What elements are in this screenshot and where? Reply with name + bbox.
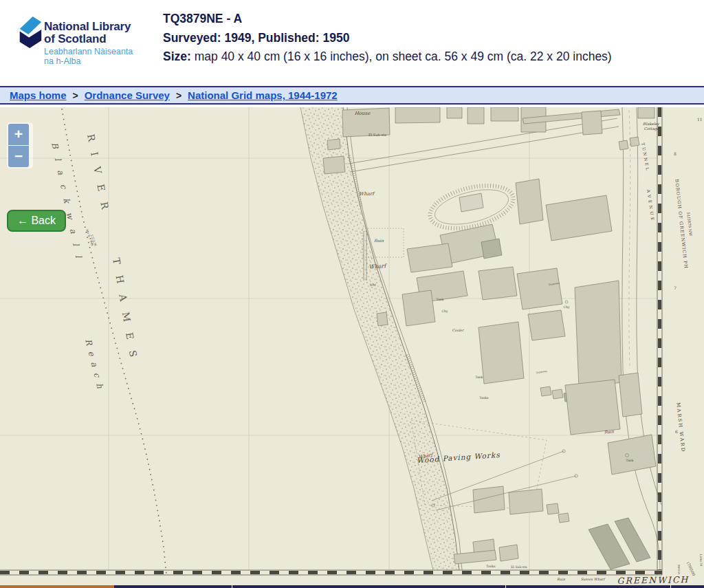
cooler-label: Cooler xyxy=(452,328,465,332)
margin-number: 11 xyxy=(697,117,703,122)
tanks-label: Tanks xyxy=(479,396,489,400)
size-label: Size: xyxy=(163,50,191,63)
strip-segment[interactable] xyxy=(506,585,670,588)
wm-label: WM xyxy=(369,283,376,287)
breadcrumb-separator: > xyxy=(73,90,78,101)
blakeley-cottages-label: Blakeley xyxy=(643,122,660,127)
chimney-label: Chy xyxy=(564,305,570,309)
strip-segment[interactable] xyxy=(232,585,505,588)
greenwich-label: GREENWICH xyxy=(617,574,689,585)
el-substa-label: El Sub-sta xyxy=(511,565,527,569)
survey-line: Surveyed: 1949, Published: 1950 xyxy=(163,31,612,45)
nls-logo[interactable]: National Library of Scotland Leabharlann… xyxy=(18,10,155,78)
ruin-label: Ruin xyxy=(557,577,566,581)
ruin-label: Ruin xyxy=(604,428,614,434)
bottom-thumbnail-strip[interactable] xyxy=(0,585,704,588)
links-label: Links 50 xyxy=(699,554,703,567)
back-button[interactable]: ← Back xyxy=(7,210,66,232)
strip-segment[interactable] xyxy=(114,585,232,588)
margin-number: 6 xyxy=(675,429,678,434)
metres-label: Metres xyxy=(677,565,681,575)
breadcrumb-link-national-grid-maps[interactable]: National Grid maps, 1944-1972 xyxy=(188,89,338,101)
margin-number: 8 xyxy=(674,151,676,156)
sheet-title: TQ3879NE - A xyxy=(163,12,612,26)
size-line: Size: map 40 x 40 cm (16 x 16 inches), o… xyxy=(163,50,612,64)
tanks-label: Tanks xyxy=(486,565,496,568)
breadcrumb-link-maps-home[interactable]: Maps home xyxy=(10,89,67,101)
blakeley-cottages-label: Cottages xyxy=(644,127,662,131)
el-substa-label: El Sub-sta xyxy=(368,133,386,137)
wharf-label: Wharf xyxy=(359,191,375,197)
sheet-info: TQ3879NE - A Surveyed: 1949, Published: … xyxy=(163,12,612,64)
wharf-label: Wharf xyxy=(368,263,388,270)
margin-number: 7 xyxy=(674,285,676,290)
tank-label: Tank xyxy=(437,298,444,301)
sussex-wharf-label: Sussex Wharf xyxy=(581,577,606,581)
zoom-out-button[interactable]: − xyxy=(8,146,29,167)
breadcrumb-separator: > xyxy=(176,90,182,101)
logo-gaelic: Leabharlann Nàiseanta na h-Alba xyxy=(44,47,133,66)
breadcrumb-link-ordnance-survey[interactable]: Ordnance Survey xyxy=(85,89,170,101)
zoom-control: + − xyxy=(7,122,33,168)
site-header: National Library of Scotland Leabharlann… xyxy=(0,0,704,86)
chimney-label: Chy xyxy=(442,309,448,313)
strip-segment[interactable] xyxy=(671,585,704,588)
ruin-label: Ruin xyxy=(374,238,384,243)
tank-label: Tank xyxy=(626,459,634,462)
size-value: map 40 x 40 cm (16 x 16 inches), on shee… xyxy=(191,50,612,63)
breadcrumb: Maps home > Ordnance Survey > National G… xyxy=(0,86,704,105)
strip-segment[interactable] xyxy=(0,585,114,588)
nls-logo-icon xyxy=(18,12,43,58)
house-label: House xyxy=(355,111,371,116)
zoom-in-button[interactable]: + xyxy=(8,124,29,145)
map-image[interactable]: RIVER THAMES Blackwall Reach Mo & P Bdy … xyxy=(0,107,704,585)
page: National Library of Scotland Leabharlann… xyxy=(0,0,704,588)
logo-name: National Library of Scotland xyxy=(44,21,131,45)
tank-label: Tank xyxy=(476,375,483,379)
map-viewport: RIVER THAMES Blackwall Reach Mo & P Bdy … xyxy=(0,107,704,585)
